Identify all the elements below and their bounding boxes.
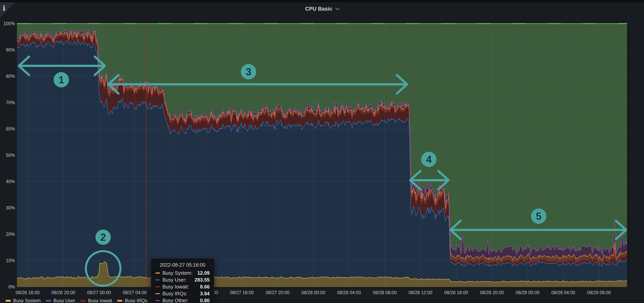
tooltip-row: Busy Other:0.80 (156, 298, 210, 303)
y-axis-label: 60% (6, 126, 15, 132)
x-axis-label: 08/28 00:00 (301, 290, 325, 295)
callout-badge-number: 5 (536, 210, 542, 222)
tooltip-series-label: Busy IRQs: (162, 291, 187, 296)
x-axis-label: 08/29 08:00 (587, 290, 611, 295)
legend-item-busy-iowait[interactable]: Busy Iowait (80, 298, 112, 303)
tooltip-series-label: Busy Other: (162, 298, 188, 303)
x-axis-label: 08/27 16:00 (230, 290, 254, 295)
stacked-series (17, 24, 627, 287)
tooltip-series-swatch (156, 300, 160, 301)
x-axis-label: 08/28 16:00 (444, 290, 468, 295)
callout-badge-number: 1 (58, 74, 64, 86)
y-axis-label: 10% (6, 258, 15, 263)
tooltip-series-value: 8.66 (200, 284, 210, 290)
tooltip-rows: Busy System:12.09Busy User:283.55Busy Io… (156, 270, 210, 303)
y-axis-label: 20% (6, 232, 15, 237)
tooltip-row: Busy Iowait:8.66 (156, 284, 210, 290)
x-axis-label: 08/29 04:00 (551, 290, 575, 295)
legend-label: Busy User (54, 298, 75, 303)
x-axis-label: 08/28 08:00 (373, 290, 397, 295)
legend-label: Busy Iowait (88, 298, 112, 303)
x-axis-label: 08/27 00:00 (87, 290, 111, 295)
y-axis-label: 90% (6, 47, 15, 52)
legend-item-busy-system[interactable]: Busy System (6, 298, 41, 303)
x-axis-label: 08/26 20:00 (52, 290, 76, 295)
tooltip-series-value: 3.94 (200, 291, 210, 296)
y-axis-label: 50% (6, 153, 15, 158)
tooltip-series-swatch (156, 293, 160, 294)
tooltip-series-label: Busy System: (162, 270, 192, 276)
tooltip-row: Busy IRQs:3.94 (156, 291, 210, 296)
legend-label: Busy IRQs (125, 298, 147, 303)
y-axis-label: 100% (3, 21, 15, 26)
tooltip: 2022-08-27 05:16:00 Busy System:12.09Bus… (151, 258, 214, 303)
y-axis-label: 0% (8, 284, 15, 290)
tooltip-series-label: Busy User: (162, 277, 186, 283)
callout-badge-number: 2 (100, 232, 106, 243)
tooltip-timestamp: 2022-08-27 05:16:00 (156, 262, 210, 268)
x-axis-label: 08/27 20:00 (266, 290, 290, 295)
tooltip-series-label: Busy Iowait: (162, 284, 189, 290)
x-axis-label: 08/29 00:00 (516, 290, 540, 295)
x-axis-label: 08/26 16:00 (16, 290, 40, 295)
legend-swatch (6, 300, 11, 302)
tooltip-series-value: 12.09 (197, 270, 210, 276)
tooltip-row: Busy User:283.55 (156, 277, 210, 283)
grafana-panel: CPU Basic i 0%10%20%30%40%50%60%70%80%90… (0, 2, 644, 303)
x-axis-label: 08/28 20:00 (480, 290, 504, 295)
legend-label: Busy System (13, 298, 41, 303)
legend-item-busy-user[interactable]: Busy User (46, 298, 75, 303)
legend-swatch (117, 300, 122, 302)
y-axis-label: 40% (6, 179, 15, 184)
tooltip-series-swatch (156, 280, 160, 280)
tooltip-series-value: 283.55 (195, 277, 210, 283)
x-axis-label: 08/28 04:00 (337, 290, 361, 295)
x-axis-label: 08/27 04:00 (123, 290, 147, 295)
tooltip-row: Busy System:12.09 (156, 270, 210, 276)
y-axis-label: 80% (6, 74, 15, 79)
legend: Busy SystemBusy UserBusy IowaitBusy IRQs (6, 296, 147, 303)
cpu-usage-chart[interactable]: 0%10%20%30%40%50%60%70%80%90%100%08/26 1… (0, 2, 644, 303)
tooltip-series-value: 0.80 (200, 298, 210, 303)
y-axis-label: 30% (6, 205, 15, 210)
tooltip-series-swatch (156, 272, 160, 274)
tooltip-series-swatch (156, 286, 160, 287)
legend-swatch (80, 300, 86, 302)
callout-badge-number: 3 (246, 66, 252, 78)
x-axis-label: 08/28 12:00 (408, 290, 432, 295)
legend-swatch (46, 300, 51, 302)
y-axis-label: 70% (6, 100, 15, 105)
callout-badge-number: 4 (426, 154, 432, 165)
legend-item-busy-irqs[interactable]: Busy IRQs (117, 298, 147, 303)
